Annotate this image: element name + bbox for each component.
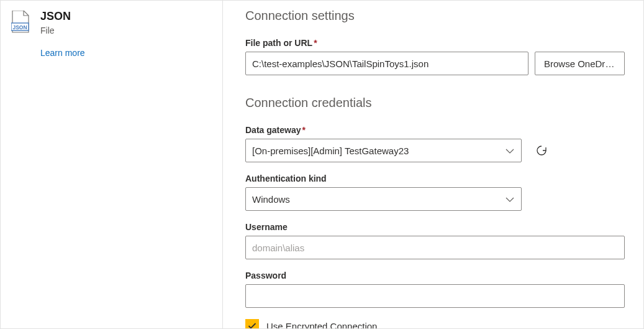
connector-subtitle: File [40,24,85,37]
gateway-field-group: Data gateway* [On-premises][Admin] TestG… [245,125,625,162]
username-row [245,236,625,259]
filepath-row: Browse OneDrive... [245,52,625,75]
required-asterisk: * [302,125,305,135]
username-input[interactable] [245,236,625,259]
password-input[interactable] [245,284,625,308]
encrypted-checkbox[interactable] [245,319,259,329]
browse-onedrive-button[interactable]: Browse OneDrive... [535,52,625,75]
filepath-label-text: File path or URL [245,38,312,48]
connection-settings-heading: Connection settings [245,7,625,24]
main-panel: Connection settings File path or URL* Br… [223,1,643,328]
connector-meta: JSON File Learn more [40,9,85,58]
connector-sidebar: JSON JSON File Learn more [1,1,223,328]
connection-credentials-heading: Connection credentials [245,94,625,111]
learn-more-link[interactable]: Learn more [40,48,85,58]
auth-row: Windows [245,187,625,211]
checkmark-icon [248,322,256,329]
password-row [245,284,625,308]
connector-header: JSON JSON File Learn more [9,9,222,58]
svg-text:JSON: JSON [12,24,27,30]
gateway-select[interactable]: [On-premises][Admin] TestGateway23 [245,139,522,162]
gateway-label: Data gateway* [245,125,625,135]
auth-field-group: Authentication kind Windows [245,174,625,211]
gateway-row: [On-premises][Admin] TestGateway23 [245,139,625,162]
required-asterisk: * [314,38,317,48]
auth-select[interactable]: Windows [245,187,522,211]
password-field-group: Password [245,271,625,308]
filepath-label: File path or URL* [245,38,625,48]
encrypted-checkbox-row: Use Encrypted Connection [245,319,625,329]
json-file-icon: JSON [9,9,32,33]
refresh-gateway-button[interactable] [533,142,550,159]
auth-select-wrap: Windows [245,187,522,211]
filepath-field-group: File path or URL* Browse OneDrive... [245,38,625,75]
encrypted-checkbox-label[interactable]: Use Encrypted Connection [266,321,377,330]
connector-title: JSON [40,9,85,23]
filepath-input[interactable] [245,52,528,75]
gateway-select-wrap: [On-premises][Admin] TestGateway23 [245,139,522,162]
refresh-icon [535,144,548,157]
password-label: Password [245,271,625,280]
gateway-label-text: Data gateway [245,125,301,135]
username-label: Username [245,222,625,232]
auth-label: Authentication kind [245,174,625,183]
credentials-section: Connection credentials Data gateway* [On… [245,94,625,329]
username-field-group: Username [245,222,625,259]
